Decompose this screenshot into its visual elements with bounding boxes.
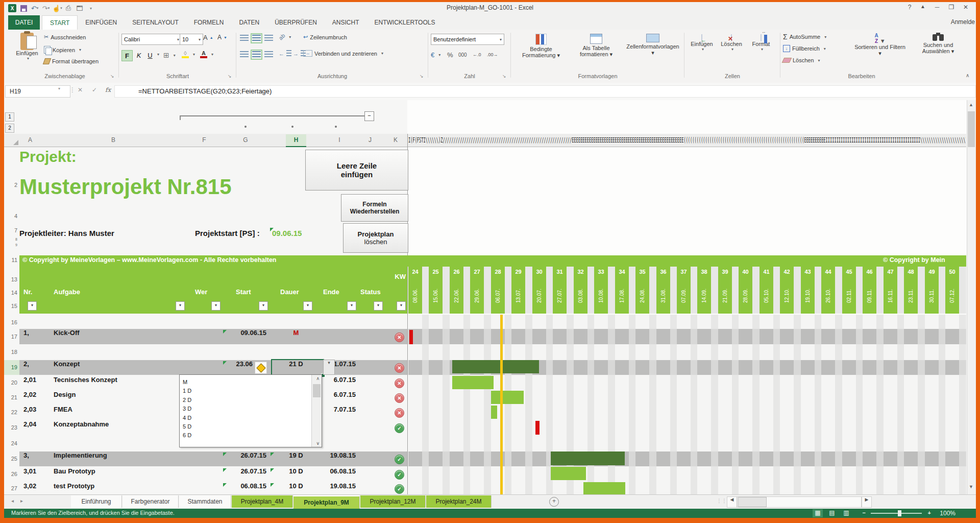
- align-bottom-icon[interactable]: [264, 35, 273, 42]
- column-header-F[interactable]: F: [194, 134, 214, 146]
- orientation-icon[interactable]: ab▾: [279, 34, 291, 40]
- dropdown-item-6D[interactable]: 6 D: [183, 432, 191, 438]
- dropdown-item-5D[interactable]: 5 D: [183, 423, 191, 430]
- tab-datei[interactable]: DATEI: [8, 15, 40, 30]
- font-color-icon[interactable]: A▾: [200, 50, 213, 58]
- cell-aufgabe[interactable]: FMEA: [54, 406, 72, 419]
- column-header-B[interactable]: B: [103, 134, 124, 146]
- status-ok-icon[interactable]: ✓: [395, 423, 404, 433]
- task-row-25[interactable]: 3,Implementierung26.07.1519 D19.08.15✓: [19, 451, 407, 466]
- task-row-17[interactable]: 1,Kick-Off09.06.15M✕: [19, 329, 407, 344]
- dropdown-scrollbar-thumb[interactable]: [313, 384, 321, 397]
- percent-style-icon[interactable]: %: [447, 51, 453, 59]
- sheet-tab-projektplan_9m[interactable]: Projektplan_9M: [293, 495, 360, 509]
- filter-button-5[interactable]: ▾: [347, 301, 356, 311]
- borders-icon[interactable]: ⊞▾: [163, 51, 176, 59]
- cell-dauer[interactable]: 10 D: [270, 467, 323, 481]
- filter-button-0[interactable]: ▾: [28, 301, 37, 311]
- task-row-26[interactable]: 3,01Bau Prototyp26.07.1510 D06.08.15✓: [19, 467, 407, 481]
- vscroll-up-icon[interactable]: ▲: [969, 102, 973, 107]
- align-top-icon[interactable]: [240, 35, 249, 42]
- fill-color-icon[interactable]: ◊▾: [182, 50, 195, 58]
- outline-level-1-button[interactable]: 1: [5, 112, 14, 122]
- filter-button-2[interactable]: ▾: [211, 301, 220, 311]
- decrease-indent-icon[interactable]: ←: [279, 50, 291, 57]
- cell-nr[interactable]: 3,: [23, 451, 29, 466]
- row-header-23[interactable]: 23: [4, 420, 19, 435]
- dropdown-scroll-up-icon[interactable]: ∧: [316, 376, 320, 381]
- cell-start[interactable]: 26.07.15: [222, 451, 266, 466]
- sheet-tab-projektplan_24m[interactable]: Projektplan_24M: [426, 495, 492, 508]
- zoom-out-button[interactable]: −: [863, 510, 866, 516]
- dropdown-item-1D[interactable]: 1 D: [183, 388, 191, 394]
- clear-button[interactable]: Löschen▾: [783, 57, 820, 63]
- comma-style-icon[interactable]: 000: [458, 52, 467, 58]
- fill-button[interactable]: ↓ Füllbereich▾: [783, 45, 826, 52]
- cut-button[interactable]: ✂Ausschneiden: [44, 34, 86, 40]
- row-header-16[interactable]: 16: [4, 317, 19, 328]
- vscroll-down-icon[interactable]: ▼: [969, 484, 973, 489]
- status-ok-icon[interactable]: ✓: [395, 470, 404, 480]
- cell-aufgabe[interactable]: Konzept: [54, 360, 80, 375]
- insert-empty-row-button[interactable]: Leere Zeileeinfügen: [305, 150, 408, 191]
- filter-button-1[interactable]: ▾: [176, 301, 185, 311]
- cell-aufgabe[interactable]: Implementierung: [54, 451, 107, 466]
- row-header-24[interactable]: 24: [4, 437, 19, 450]
- font-name-select[interactable]: Calibri▾: [121, 34, 182, 45]
- filter-button-7[interactable]: ▾: [397, 301, 406, 311]
- zoom-slider[interactable]: [871, 513, 922, 514]
- cell-nr[interactable]: 2,: [23, 360, 29, 375]
- accounting-format-icon[interactable]: €▾: [431, 51, 440, 59]
- cell-dauer[interactable]: 19 D: [270, 451, 323, 466]
- cell-start[interactable]: 23.06: [222, 360, 253, 375]
- cell-aufgabe[interactable]: Konzeptabnahme: [54, 420, 109, 435]
- status-ok-icon[interactable]: ✓: [395, 455, 404, 464]
- tab-überprüfen[interactable]: ÜBERPRÜFEN: [267, 15, 325, 30]
- status-error-icon[interactable]: ✕: [395, 408, 404, 418]
- cell-dauer[interactable]: M: [270, 329, 323, 344]
- close-button[interactable]: ✕: [960, 4, 972, 11]
- paste-button[interactable]: Einfügen▾: [13, 33, 41, 61]
- format-as-table-button[interactable]: Als Tabelle formatieren ▾: [570, 34, 623, 58]
- hscroll-right-icon[interactable]: ▶: [862, 496, 872, 508]
- row-header-17[interactable]: 17: [4, 329, 19, 344]
- hscroll-left-icon[interactable]: ◀: [727, 496, 737, 508]
- insert-cells-button[interactable]: ← Einfügen▾: [688, 35, 716, 52]
- increase-decimal-icon[interactable]: ←.0: [473, 52, 481, 57]
- tab-ansicht[interactable]: ANSICHT: [325, 15, 367, 30]
- merge-center-button[interactable]: ↔ Verbinden und zentrieren▾: [303, 50, 383, 57]
- enter-formula-icon[interactable]: ✓: [92, 86, 97, 93]
- dropdown-item-M[interactable]: M: [183, 379, 187, 385]
- insert-function-icon[interactable]: fx: [105, 86, 111, 93]
- cell-start[interactable]: 26.07.15: [222, 467, 266, 481]
- cell-ende[interactable]: 19.08.15: [323, 482, 356, 494]
- underline-dropdown-icon[interactable]: ▾: [155, 52, 159, 57]
- minimize-button[interactable]: ─: [931, 4, 943, 11]
- status-error-icon[interactable]: ✕: [395, 393, 404, 403]
- sheet-tab-einführung[interactable]: Einführung: [71, 495, 122, 508]
- cell-nr[interactable]: 2,04: [23, 420, 36, 435]
- restore-formulas-button[interactable]: FormelnWiederherstellen: [341, 194, 408, 222]
- zoom-in-button[interactable]: +: [928, 510, 931, 516]
- delete-plan-button[interactable]: Projektplanlöschen: [343, 223, 408, 253]
- ribbon-options-button[interactable]: ▲: [917, 4, 929, 9]
- horizontal-scrollbar-thumb[interactable]: [738, 497, 767, 507]
- row-header-27[interactable]: 27: [4, 482, 19, 494]
- sheet-nav-right-icon[interactable]: ▸: [20, 498, 23, 504]
- cell-ende[interactable]: 6.07.15: [323, 391, 356, 405]
- conditional-formatting-button[interactable]: Bedingte Formatierung ▾: [514, 34, 568, 59]
- filter-button-6[interactable]: ▾: [374, 301, 383, 311]
- format-cells-button[interactable]: ↔ Format▾: [747, 35, 775, 52]
- cell-nr[interactable]: 2,01: [23, 376, 36, 390]
- cell-nr[interactable]: 1,: [23, 329, 29, 344]
- cell-aufgabe[interactable]: Design: [54, 391, 76, 405]
- tab-start[interactable]: START: [42, 15, 78, 30]
- cell-ende[interactable]: 7.07.15: [323, 406, 356, 419]
- warning-smarttag-icon[interactable]: [255, 362, 267, 374]
- column-header-I[interactable]: I: [329, 134, 350, 146]
- project-start-value[interactable]: 09.06.15: [272, 229, 302, 237]
- cell-aufgabe[interactable]: Bau Prototyp: [54, 467, 95, 481]
- number-format-select[interactable]: Benutzerdefiniert▾: [431, 34, 504, 45]
- cell-ende[interactable]: 6.07.15: [323, 376, 356, 390]
- dropdown-item-3D[interactable]: 3 D: [183, 406, 191, 412]
